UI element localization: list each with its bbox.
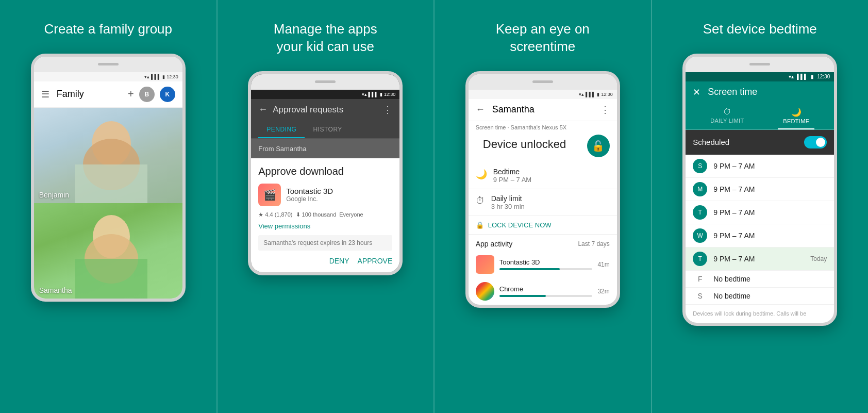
deny-button[interactable]: DENY (329, 257, 349, 265)
chrome-usage-icon (476, 282, 494, 301)
phone-1: ▾▴ ▌▌▌ ▮ 12:30 ☰ Family + B K (31, 54, 186, 302)
day-time-1: 9 PM – 7 AM (713, 185, 827, 193)
chrome-usage-info: Chrome (499, 285, 593, 297)
status-bar-2: ▾▴ ▌▌▌ ▮ 12:30 (251, 90, 399, 99)
tab-pending[interactable]: PENDING (258, 121, 305, 138)
status-icons-1: ▾▴ ▌▌▌ ▮ 12:30 (144, 74, 178, 79)
app-meta: ★ 4.4 (1,870) ⬇ 100 thousand Everyone (258, 211, 392, 218)
app-activity-header: App activity Last 7 days (469, 235, 617, 251)
day-rows: S9 PM – 7 AMM9 PM – 7 AMT9 PM – 7 AMW9 P… (686, 155, 834, 305)
timer-icon: ⏱ (476, 195, 485, 206)
device-subtitle: Screen time · Samantha's Nexus 5X (469, 121, 617, 131)
hamburger-icon[interactable]: ☰ (41, 89, 49, 100)
more-icon-2[interactable]: ⋮ (383, 104, 392, 115)
action-buttons: DENY APPROVE (258, 257, 392, 265)
phone-3: ▾▴ ▌▌▌ ▮ 12:30 ← Samantha ⋮ Screen time … (465, 71, 620, 308)
panel3-title: Keep an eye on screentime (486, 21, 600, 56)
day-row-2[interactable]: T9 PM – 7 AM (686, 201, 834, 224)
panel-bedtime: Set device bedtime ▾▴ ▌▌▌ ▮ 12:30 ✕ Scre… (651, 0, 869, 413)
approve-title: Approve download (258, 166, 392, 177)
toontastic-bar-fill (499, 268, 560, 270)
approve-button[interactable]: APPROVE (358, 257, 393, 265)
close-icon[interactable]: ✕ (693, 87, 700, 98)
from-section: From Samantha (251, 139, 399, 158)
phone-top-4 (686, 57, 834, 72)
wifi-icon-4: ▾▴ (789, 74, 794, 79)
toontastic-usage-icon (476, 255, 494, 274)
view-permissions-link[interactable]: View permissions (258, 222, 392, 230)
more-icon-3[interactable]: ⋮ (600, 104, 610, 115)
day-letter-5: F (693, 275, 707, 283)
battery-icon-4: ▮ (811, 74, 814, 79)
tab-daily-limit[interactable]: ⏱ DAILY LIMIT (705, 103, 749, 129)
svg-rect-2 (75, 164, 147, 203)
toolbar-icons: + B K (128, 87, 175, 102)
lock-now-button[interactable]: 🔒 LOCK DEVICE NOW (476, 221, 610, 229)
status-bar-3: ▾▴ ▌▌▌ ▮ 12:30 (469, 90, 617, 99)
day-circle-3: W (693, 228, 707, 243)
bedtime-value: 9 PM – 7 AM (493, 176, 531, 184)
phone-speaker-2 (315, 80, 336, 83)
panel2-title: Manage the apps your kid can use (263, 21, 388, 56)
phone-speaker-1 (98, 63, 119, 65)
bedtime-toolbar: ✕ Screen time (686, 81, 834, 103)
day-time-4: 9 PM – 7 AM (713, 255, 804, 263)
chrome-time: 32m (597, 288, 609, 295)
bedtime-tabs: ⏱ DAILY LIMIT 🌙 BEDTIME (686, 103, 834, 130)
toontastic-usage-info: Toontastic 3D (499, 258, 593, 270)
child1-label: Benjamin (39, 191, 69, 199)
toontastic-bar-bg (499, 268, 593, 270)
bedtime-row: 🌙 Bedtime 9 PM – 7 AM (469, 162, 617, 189)
device-status: Device unlocked (476, 136, 573, 156)
bedtime-label: Bedtime (493, 168, 531, 176)
from-text: From Samantha (258, 145, 306, 153)
child2-svg (34, 203, 182, 299)
chrome-name: Chrome (499, 285, 593, 293)
lock-now-text: LOCK DEVICE NOW (488, 221, 552, 229)
day-row-0[interactable]: S9 PM – 7 AM (686, 155, 834, 178)
day-row-5[interactable]: FNo bedtime (686, 271, 834, 288)
day-row-3[interactable]: W9 PM – 7 AM (686, 224, 834, 247)
daily-limit-info: Daily limit 3 hr 30 min (491, 194, 525, 210)
back-icon-3[interactable]: ← (476, 104, 485, 115)
user-name-3: Samantha (492, 104, 600, 115)
phone-top-2 (251, 74, 399, 90)
scheduled-toggle[interactable] (804, 136, 827, 148)
daily-limit-value: 3 hr 30 min (491, 203, 525, 210)
phone-speaker-4 (749, 63, 770, 65)
panel1-title: Create a family group (34, 21, 182, 38)
battery-icon-2: ▮ (380, 92, 382, 97)
panel4-title: Set device bedtime (693, 21, 827, 38)
day-circle-1: M (693, 182, 707, 196)
add-icon[interactable]: + (128, 88, 134, 100)
wifi-icon-2: ▾▴ (362, 92, 367, 97)
day-letter-6: S (693, 292, 707, 300)
phone-2: ▾▴ ▌▌▌ ▮ 12:30 ← Approval requests ⋮ PEN… (248, 71, 403, 275)
day-time-5: No bedtime (713, 275, 827, 283)
rating-text: ★ 4.4 (1,870) (258, 211, 292, 218)
signal-icon: ▌▌▌ (151, 74, 161, 79)
day-row-4[interactable]: T9 PM – 7 AMToday (686, 247, 834, 271)
moon-icon: 🌙 (476, 169, 487, 180)
tab-bedtime[interactable]: 🌙 BEDTIME (778, 103, 814, 129)
toontastic-row: Toontastic 3D 41m (469, 251, 617, 278)
day-time-3: 9 PM – 7 AM (713, 232, 827, 240)
day-time-0: 9 PM – 7 AM (713, 162, 827, 170)
activity-title: App activity (476, 240, 513, 248)
day-circle-2: T (693, 205, 707, 220)
avatar-user1: B (139, 87, 155, 102)
daily-limit-label: Daily limit (491, 194, 525, 203)
daily-limit-row: ⏱ Daily limit 3 hr 30 min (469, 189, 617, 216)
day-row-6[interactable]: SNo bedtime (686, 288, 834, 305)
phone-speaker-3 (532, 80, 553, 83)
toggle-knob (816, 138, 825, 147)
approval-card: Approve download 🎬 Toontastic 3D Google … (251, 158, 399, 272)
phone-4: ▾▴ ▌▌▌ ▮ 12:30 ✕ Screen time ⏱ DAILY LIM… (682, 54, 837, 326)
back-icon-2[interactable]: ← (258, 104, 268, 115)
day-row-1[interactable]: M9 PM – 7 AM (686, 178, 834, 201)
tab-history[interactable]: HISTORY (305, 121, 350, 138)
downloads-text: ⬇ 100 thousand (296, 211, 337, 218)
avatar-user2: K (160, 87, 175, 102)
panel-screentime: Keep an eye on screentime ▾▴ ▌▌▌ ▮ 12:30… (433, 0, 651, 413)
battery-icon-3: ▮ (597, 92, 599, 97)
